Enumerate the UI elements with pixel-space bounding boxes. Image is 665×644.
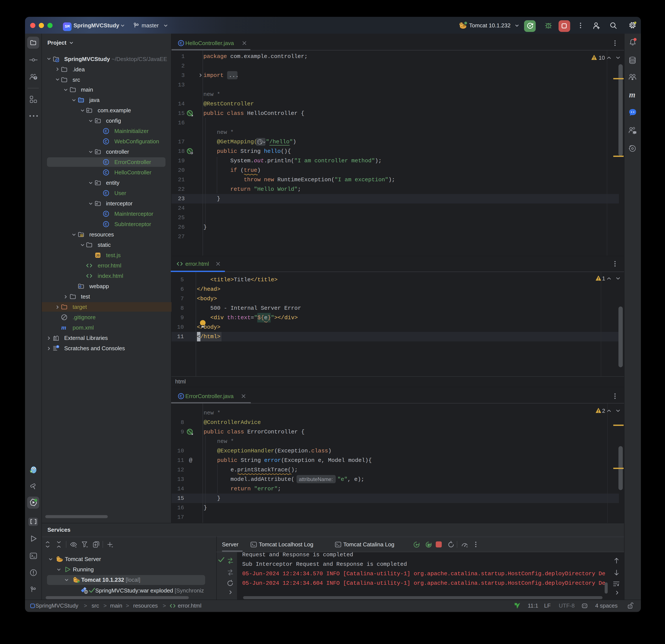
svg-text:C: C: [105, 212, 107, 216]
svg-text:C: C: [105, 191, 107, 195]
svg-text:C: C: [105, 222, 107, 226]
svg-text:C: C: [105, 129, 107, 133]
svg-text:C: C: [105, 170, 107, 175]
svg-text:C: C: [105, 160, 107, 164]
svg-text:C: C: [105, 139, 107, 144]
svg-text:?: ?: [34, 76, 36, 80]
svg-text:C: C: [180, 394, 182, 398]
svg-text:JS: JS: [96, 254, 99, 257]
svg-text:C: C: [180, 41, 182, 45]
